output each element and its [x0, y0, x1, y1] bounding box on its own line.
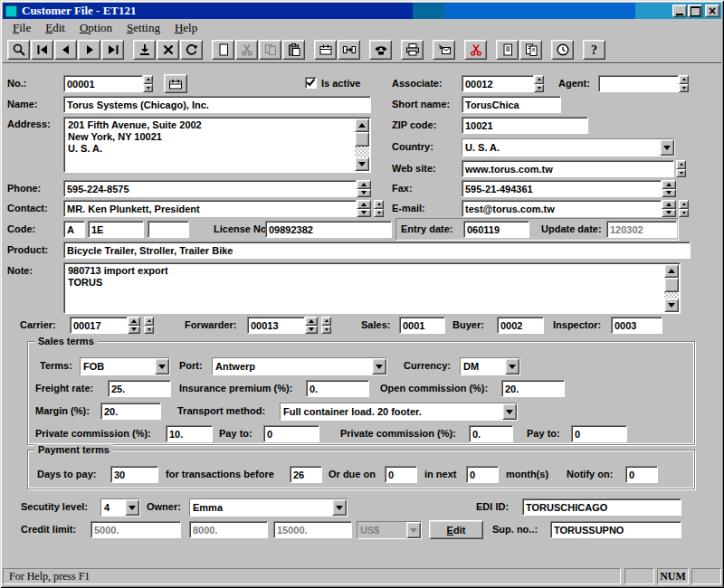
edi-id-input[interactable]: [522, 498, 681, 516]
sup-no-input[interactable]: [550, 521, 681, 538]
website-spinner[interactable]: [676, 160, 686, 177]
currency-select[interactable]: DM: [460, 357, 520, 375]
spin-down-button[interactable]: [679, 209, 689, 218]
sales-input[interactable]: [399, 317, 445, 334]
private-commission-1-input[interactable]: [166, 425, 213, 442]
spin-up-button[interactable]: [144, 317, 154, 326]
spin-down-button[interactable]: [357, 189, 371, 198]
scroll-up-button[interactable]: [664, 264, 679, 278]
agent-input[interactable]: [598, 75, 679, 92]
previous-record-button[interactable]: [54, 40, 77, 60]
spin-up-button[interactable]: [374, 200, 384, 209]
country-select[interactable]: U. S. A.: [462, 138, 675, 156]
close-button[interactable]: [705, 5, 719, 17]
dropdown-arrow-icon[interactable]: [372, 358, 386, 375]
dropdown-arrow-icon[interactable]: [660, 139, 674, 156]
spin-up-button[interactable]: [679, 200, 689, 209]
menu-setting[interactable]: Setting: [119, 19, 167, 37]
menu-help[interactable]: Help: [167, 19, 205, 37]
menu-file[interactable]: File: [5, 19, 38, 37]
email-input[interactable]: [462, 200, 662, 217]
address-textarea[interactable]: 201 Fifth Avenue, Suite 2002 New York, N…: [63, 117, 371, 173]
customer-lookup-button[interactable]: [164, 74, 187, 93]
spin-down-button[interactable]: [662, 189, 676, 198]
menu-option[interactable]: Option: [72, 19, 119, 37]
buyer-input[interactable]: [497, 317, 544, 334]
spin-up-button[interactable]: [534, 75, 544, 84]
note-textarea[interactable]: 980713 import export TORUS: [63, 262, 681, 314]
terms-select[interactable]: FOB: [80, 357, 170, 375]
dropdown-arrow-icon[interactable]: [502, 403, 517, 420]
refresh-button[interactable]: [180, 40, 203, 60]
spin-down-button[interactable]: [534, 84, 544, 93]
open-commission-input[interactable]: [501, 380, 565, 397]
transactions-before-input[interactable]: [290, 466, 322, 483]
port-select[interactable]: Antwerp: [212, 357, 387, 375]
clock-button[interactable]: [551, 40, 574, 60]
phone-input[interactable]: [63, 180, 357, 197]
associate-input[interactable]: [462, 75, 534, 92]
forwarder-spinner[interactable]: [305, 317, 318, 334]
cut-red-button[interactable]: [464, 40, 487, 60]
spin-up-button[interactable]: [321, 317, 331, 326]
fax-spinner[interactable]: [662, 180, 676, 197]
spin-down-button[interactable]: [128, 326, 140, 335]
name-input[interactable]: [63, 96, 371, 113]
spin-up-button[interactable]: [676, 160, 686, 169]
fax-input[interactable]: [462, 180, 662, 197]
is-active-checkbox[interactable]: [305, 77, 317, 89]
spin-down-button[interactable]: [676, 169, 686, 178]
new-document-button[interactable]: [212, 40, 234, 60]
copy-button[interactable]: [259, 40, 281, 60]
product-input[interactable]: [63, 242, 691, 259]
spin-down-button[interactable]: [321, 326, 331, 335]
first-record-button[interactable]: [31, 40, 53, 60]
contact-spinner[interactable]: [357, 200, 371, 217]
pay-to-1-input[interactable]: [263, 425, 319, 442]
dropdown-arrow-icon[interactable]: [505, 358, 519, 375]
print-button[interactable]: [401, 40, 424, 60]
short-name-input[interactable]: [462, 96, 561, 113]
transport-method-select[interactable]: Full container load. 20 footer.: [280, 403, 518, 421]
zip-input[interactable]: [462, 117, 588, 134]
minimize-button[interactable]: [672, 5, 687, 17]
forwarder-extra-spinner[interactable]: [321, 317, 331, 334]
contact-extra-spinner[interactable]: [374, 200, 384, 217]
spin-down-button[interactable]: [144, 326, 154, 335]
dropdown-arrow-icon[interactable]: [332, 499, 347, 516]
scrollbar-track[interactable]: [355, 147, 369, 157]
no-input[interactable]: [63, 75, 143, 92]
scroll-up-button[interactable]: [355, 119, 369, 132]
phone-spinner[interactable]: [357, 180, 371, 197]
goto-button[interactable]: [338, 40, 360, 60]
address-scrollbar[interactable]: [355, 119, 369, 171]
entry-date-input[interactable]: [463, 221, 529, 238]
contact-input[interactable]: [63, 200, 357, 217]
spin-down-button[interactable]: [305, 326, 318, 335]
scroll-down-button[interactable]: [355, 157, 369, 171]
last-record-button[interactable]: [101, 40, 124, 60]
next-record-button[interactable]: [78, 40, 100, 60]
associate-spinner[interactable]: [534, 75, 544, 92]
spin-up-button[interactable]: [128, 317, 140, 326]
scrollbar-track[interactable]: [664, 292, 679, 299]
spin-up-button[interactable]: [305, 317, 318, 326]
or-due-on-input[interactable]: [385, 466, 417, 483]
spin-down-button[interactable]: [143, 84, 153, 93]
dropdown-arrow-icon[interactable]: [125, 499, 139, 516]
agent-spinner[interactable]: [679, 75, 689, 92]
code-input-1[interactable]: [63, 221, 85, 238]
notify-on-input[interactable]: [625, 466, 658, 483]
in-next-input[interactable]: [466, 466, 499, 483]
scrollbar-thumb[interactable]: [355, 132, 369, 147]
spin-up-button[interactable]: [143, 75, 153, 84]
days-to-pay-input[interactable]: [110, 466, 158, 483]
private-commission-2-input[interactable]: [469, 425, 513, 442]
card-file-button[interactable]: [314, 40, 337, 60]
spin-down-button[interactable]: [374, 209, 384, 218]
send-mail-button[interactable]: [433, 40, 455, 60]
spin-up-button[interactable]: [662, 200, 676, 209]
edit-button[interactable]: Edit: [429, 520, 483, 539]
menu-edit[interactable]: Edit: [38, 19, 72, 37]
document-button[interactable]: [496, 40, 519, 60]
